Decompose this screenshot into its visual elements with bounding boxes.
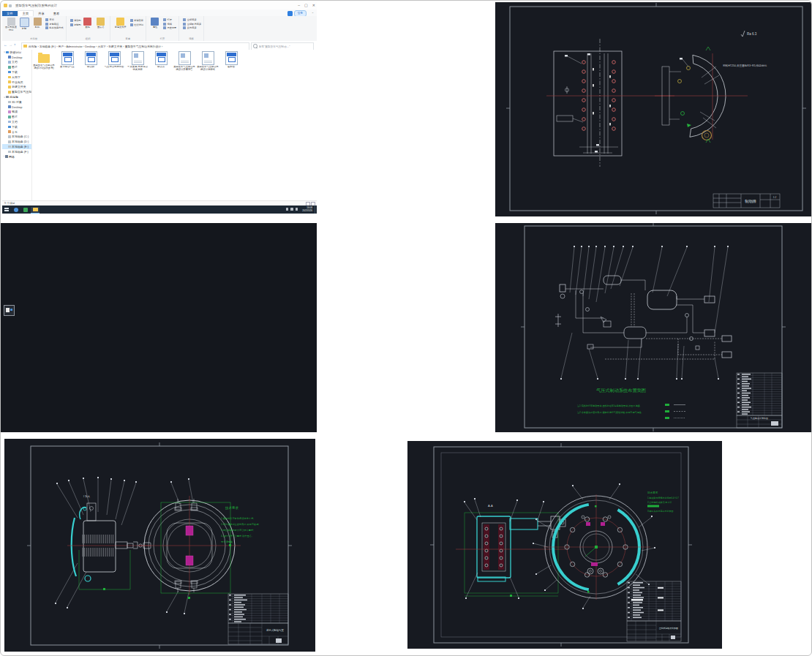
tech-requirements-title: 技术要求 xyxy=(647,491,658,494)
cut-button[interactable]: 剪切 xyxy=(45,18,64,21)
detail-view-label: I 放大 xyxy=(83,494,90,498)
close-button[interactable]: ✕ xyxy=(312,3,315,7)
taskbar-browser-icon[interactable] xyxy=(12,207,20,213)
new-folder-button[interactable]: 新建文件夹 xyxy=(113,18,129,29)
tech-requirements-title: 技术要求 xyxy=(225,506,239,510)
maximize-button[interactable]: ▢ xyxy=(304,3,308,7)
sidebar-item-3d-objects[interactable]: 3D 对象 xyxy=(2,99,31,105)
ribbon-group-select: 全部选择 全部取消选择 反向选择 选择 xyxy=(179,16,204,41)
callout-markers xyxy=(560,246,729,380)
cad-drawing-brake-chamber: I 放大 xyxy=(4,439,315,652)
file-item-dwg[interactable]: 重卡制动气室 xyxy=(56,51,78,69)
back-button[interactable]: ← xyxy=(4,42,7,47)
history-button[interactable]: 历史记录 xyxy=(163,26,176,29)
sidebar-item-pictures[interactable]: 图片 xyxy=(2,114,31,119)
sidebar-item-desktop[interactable]: Desktop xyxy=(2,105,31,110)
collage-canvas: 重型货车气压制动系统的设计 – ▢ ✕ 文件 主页 共享 查看 登录 ⌃ 固定到… xyxy=(0,0,812,656)
pin-to-quick-access-button[interactable]: 固定到快速访问 xyxy=(4,18,18,31)
sidebar-item-documents[interactable]: 文档 xyxy=(2,60,31,65)
paste-shortcut-button[interactable]: 粘贴快捷方式 xyxy=(45,26,64,29)
sidebar-item-drive-d[interactable]: 本地磁盘 (D:) xyxy=(2,139,31,144)
item-count: 9 个项目 xyxy=(4,202,15,205)
paste-button[interactable]: 粘贴 xyxy=(31,18,44,29)
title-block: 气压制动系统简图 xyxy=(737,415,782,428)
sidebar-item-drive-e-selected[interactable]: 本地磁盘 (E:) xyxy=(2,144,31,149)
desktop-dark-area xyxy=(1,223,317,432)
minimized-window-thumbnail[interactable] xyxy=(4,305,15,316)
folder-icon xyxy=(23,45,27,48)
chamber-flange-view xyxy=(138,496,241,599)
taskbar-file-explorer-icon[interactable] xyxy=(31,207,40,214)
edit-button[interactable]: 编辑 xyxy=(163,23,176,26)
sidebar-item-videos[interactable]: 视频 xyxy=(2,110,31,115)
windows-taskbar: 16:08 2021/5/26 xyxy=(2,206,317,214)
select-all-button[interactable]: 全部选择 xyxy=(183,18,201,21)
file-item-folder[interactable]: 重型货车气压制动系统设计1(仅供参考) xyxy=(33,51,55,70)
tab-file[interactable]: 文件 xyxy=(2,11,18,16)
sidebar-item-folder[interactable]: 大四下 xyxy=(2,75,31,80)
file-item-dwg[interactable]: 制动蹄 xyxy=(80,51,102,69)
dwg-file-icon xyxy=(108,51,121,65)
piping-dashed xyxy=(605,293,722,359)
up-button[interactable]: ↑ xyxy=(14,42,16,47)
file-item-doc[interactable]: 重型货车气压制动系统设计开题报告 xyxy=(173,51,195,72)
start-button[interactable] xyxy=(4,208,9,212)
sidebar-this-pc[interactable]: ∨此电脑 xyxy=(2,94,31,99)
move-to-button[interactable]: 移动到 xyxy=(70,19,81,22)
address-bar[interactable]: 此电脑 › 本地磁盘 (E:) › 用户 › Administrator › D… xyxy=(21,42,249,50)
properties-button[interactable]: 属性 xyxy=(149,18,162,29)
new-item-button[interactable]: 新建项目 xyxy=(130,19,143,22)
taskbar-app-icon[interactable] xyxy=(21,207,30,213)
svg-text:2.凸轮轴转动灵活,无卡滞: 2.凸轮轴转动灵活,无卡滞 xyxy=(647,501,672,504)
select-none-button[interactable]: 全部取消选择 xyxy=(183,23,201,26)
doc-file-icon xyxy=(202,51,214,65)
pin-icon xyxy=(7,18,15,26)
sidebar-item-folder[interactable]: 重型货车气压制动 xyxy=(2,89,31,94)
sidebar-item-pictures[interactable]: 图片 xyxy=(2,64,31,69)
history-icon xyxy=(163,26,166,29)
quick-access-toolbar-icon[interactable] xyxy=(9,4,12,7)
open-button[interactable]: 打开 xyxy=(163,18,176,21)
taskbar-clock[interactable]: 16:08 2021/5/26 xyxy=(302,206,312,213)
sidebar-item-downloads[interactable]: 下载 xyxy=(2,124,31,129)
file-item-dwg[interactable]: 装配图 xyxy=(220,51,242,69)
minimize-button[interactable]: – xyxy=(298,3,300,7)
sidebar-item-drive-c[interactable]: 本地磁盘 (C:) xyxy=(2,135,31,140)
search-input[interactable]: 搜索"重型货车气压制动…" xyxy=(251,42,314,50)
sidebar-item-music[interactable]: 音乐 xyxy=(2,129,31,135)
sidebar-network[interactable]: ›网络 xyxy=(2,154,31,159)
collapse-ribbon-icon[interactable]: ⌃ xyxy=(312,12,314,15)
netdisk-icon[interactable] xyxy=(287,11,293,16)
system-tray[interactable] xyxy=(286,208,298,211)
file-item-dwg[interactable]: 气压传动系统简图 xyxy=(103,51,125,69)
invert-selection-button[interactable]: 反向选择 xyxy=(183,26,201,29)
copy-to-button[interactable]: 复制到 xyxy=(70,23,81,26)
file-list: 重型货车气压制动系统设计1(仅供参考) 重卡制动气室 制动蹄 气压传动系统简图 … xyxy=(31,50,317,201)
tab-home[interactable]: 主页 xyxy=(18,10,34,16)
show-desktop-button[interactable] xyxy=(315,206,317,214)
forward-button[interactable]: → xyxy=(9,42,12,47)
copy-button[interactable]: 复制 xyxy=(18,18,31,31)
sidebar-item-downloads[interactable]: 下载 xyxy=(2,69,31,75)
edit-icon xyxy=(163,23,166,26)
rename-button[interactable]: 重命名 xyxy=(94,18,108,29)
file-item-doc[interactable]: 重型货车气压制动系统设计说明书 xyxy=(197,51,219,72)
file-item-doc[interactable]: 不太重要-系统运动仿真说明 xyxy=(127,51,149,72)
dwg-file-icon xyxy=(85,51,97,65)
schematic-sheet: 气压式制动系统布置简图 注1:实线为行车制动管路,虚线为驻车/应急制动管路,按图… xyxy=(495,223,811,432)
sidebar-quick-access[interactable]: ∨快速访问 xyxy=(2,50,31,55)
sidebar-item-documents[interactable]: 文档 xyxy=(2,119,31,124)
copy-path-button[interactable]: 复制路径 xyxy=(45,23,64,26)
tab-share[interactable]: 共享 xyxy=(34,11,49,16)
sidebar-item-desktop[interactable]: Desktop xyxy=(2,55,31,60)
file-item-dwg[interactable]: 制动器 xyxy=(150,51,172,69)
tab-view[interactable]: 查看 xyxy=(49,11,64,16)
properties-icon xyxy=(151,18,159,26)
delete-button[interactable]: 删除 xyxy=(81,18,94,29)
sidebar-item-drive-f[interactable]: 本地磁盘 (F:) xyxy=(2,149,31,154)
sidebar-item-folder[interactable]: 毕业相关 xyxy=(2,80,31,85)
schematic-note-1: 注1:实线为行车制动管路,虚线为驻车/应急制动管路,按图示连接。 xyxy=(577,404,642,407)
window-title: 重型货车气压制动系统的设计 xyxy=(15,4,57,7)
easy-access-button[interactable]: 轻松访问 xyxy=(130,23,143,26)
sidebar-item-folder[interactable]: 新建文件夹 xyxy=(2,85,31,90)
